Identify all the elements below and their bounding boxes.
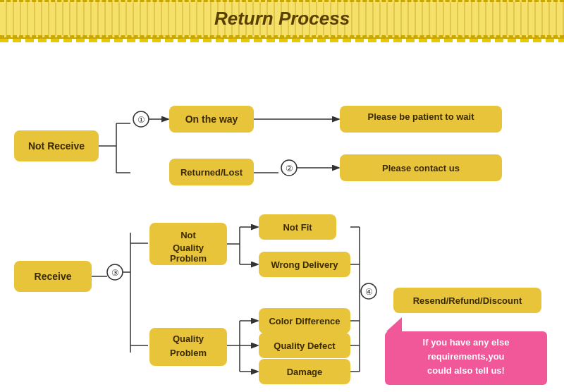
diagram-content: Not Receive ① On the way Please be patie…	[0, 42, 564, 392]
not-quality-label3: Problem	[170, 253, 207, 264]
circle4-label: ④	[365, 287, 373, 297]
wrong-delivery-label: Wrong Delivery	[271, 259, 338, 270]
quality-label1: Quality	[173, 333, 204, 344]
circle1-label: ①	[137, 115, 145, 125]
circle2-label: ②	[286, 164, 293, 173]
not-quality-label2: Quality	[173, 243, 204, 253]
quality-defect-label: Quality Defect	[274, 341, 336, 351]
page-header: Return Process	[0, 0, 564, 37]
not-receive-label: Not Receive	[28, 140, 85, 152]
circle3-label: ③	[111, 268, 119, 278]
quality-label2: Problem	[170, 348, 207, 358]
please-be-patient-label: Please be patient to wait	[368, 111, 475, 122]
tooltip-line3: could also tell us!	[427, 365, 505, 376]
tooltip-line2: requirements,you	[427, 351, 504, 362]
on-the-way-label: On the way	[185, 114, 238, 125]
diagram-svg: Not Receive ① On the way Please be patie…	[0, 42, 564, 392]
not-fit-label: Not Fit	[283, 222, 312, 233]
please-contact-label: Please contact us	[382, 163, 460, 173]
page-title: Return Process	[0, 8, 564, 30]
resend-label: Resend/Refund/Discount	[413, 295, 522, 306]
receive-label: Receive	[35, 271, 72, 282]
color-diff-label: Color Difference	[269, 316, 340, 326]
not-quality-label1: Not	[180, 230, 196, 240]
tooltip-line1: If you have any else	[423, 337, 510, 348]
damage-label: Damage	[287, 367, 323, 377]
returned-lost-label: Returned/Lost	[180, 167, 243, 178]
